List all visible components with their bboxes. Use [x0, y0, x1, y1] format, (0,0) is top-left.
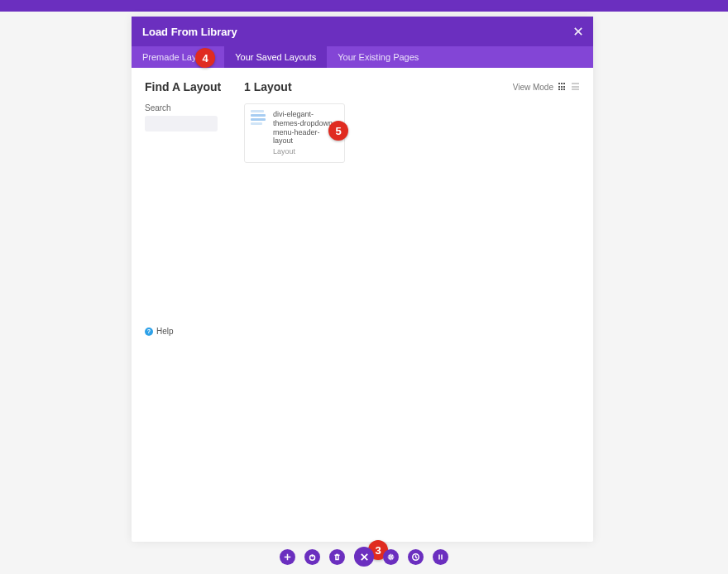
filter-sidebar: Find A Layout Search ? Help [145, 80, 231, 529]
history-button[interactable] [408, 549, 424, 565]
builder-toolbar [280, 547, 448, 567]
annotation-badge-4: 4 [195, 48, 215, 68]
list-view-icon[interactable] [572, 83, 580, 91]
view-mode-label: View Mode [513, 83, 553, 92]
tab-saved-layouts[interactable]: Your Saved Layouts [224, 46, 327, 68]
layout-count-heading: 1 Layout [244, 80, 292, 93]
help-label: Help [156, 327, 174, 336]
layout-type: Layout [273, 147, 338, 156]
modal-body: Find A Layout Search ? Help 1 Layout Vie… [132, 68, 593, 542]
content-header: 1 Layout View Mode [244, 80, 580, 93]
close-icon[interactable] [574, 25, 582, 38]
search-label: Search [145, 103, 231, 112]
view-mode-controls: View Mode [513, 83, 580, 92]
modal-header: Load From Library [132, 17, 593, 46]
power-button[interactable] [304, 549, 320, 565]
tab-existing-pages[interactable]: Your Existing Pages [327, 46, 429, 68]
settings-button[interactable] [383, 549, 399, 565]
load-library-modal: Load From Library Premade Layouts Your S… [132, 17, 593, 542]
pause-button[interactable] [433, 549, 448, 565]
svg-point-1 [390, 556, 392, 558]
grid-view-icon[interactable] [558, 83, 567, 91]
trash-button[interactable] [329, 549, 345, 565]
layout-list-panel: 1 Layout View Mode divi-elegant-themes-d [231, 80, 580, 529]
modal-title: Load From Library [142, 26, 237, 38]
search-input[interactable] [145, 116, 218, 132]
app-top-bar [0, 0, 728, 12]
help-link[interactable]: ? Help [145, 327, 231, 336]
layout-thumbnail-icon [251, 110, 267, 127]
close-builder-button[interactable] [354, 547, 374, 567]
add-button[interactable] [280, 549, 295, 565]
annotation-badge-5: 5 [328, 121, 348, 141]
help-icon: ? [145, 328, 153, 336]
sidebar-heading: Find A Layout [145, 80, 231, 93]
